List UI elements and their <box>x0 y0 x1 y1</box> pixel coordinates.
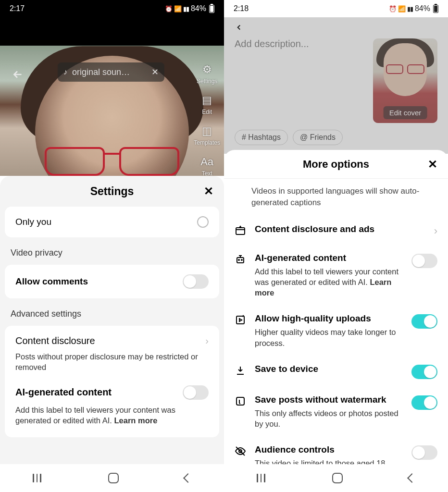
chevron-right-icon: › <box>205 335 209 346</box>
hq-upload-sub: Higher quality videos may take longer to… <box>255 327 399 348</box>
status-time: 2:18 <box>234 4 249 13</box>
ai-content-label: AI-generated content <box>15 387 112 398</box>
privacy-card: Only you <box>5 207 219 237</box>
content-disclosure-desc: Posts without proper disclosure may be r… <box>15 351 209 373</box>
tool-text-label: Text <box>202 170 212 176</box>
robot-icon <box>235 254 246 265</box>
battery-percent: 84% <box>415 4 430 13</box>
svg-point-2 <box>238 259 239 260</box>
text-icon: Aa <box>200 155 214 169</box>
left-screen: 2:17 ⏰ 📶 ▮▮ 84% ♪ original soun… ✕ <box>0 0 224 492</box>
sheet-header: Settings ✕ <box>0 176 224 207</box>
tool-templates[interactable]: ◫Templates <box>194 124 220 146</box>
sound-pill[interactable]: ♪ original soun… ✕ <box>58 62 164 82</box>
ai-content-toggle[interactable] <box>183 385 209 400</box>
watermark-label: Save posts without watermark <box>255 394 399 405</box>
audience-option: Audience controls This video is limited … <box>235 437 437 464</box>
sheet-title: Settings <box>90 185 134 198</box>
hq-upload-toggle[interactable] <box>411 314 437 329</box>
hq-upload-option: Allow high-quality uploads Higher qualit… <box>235 306 437 356</box>
ai-content-label: AI-generated content <box>255 253 399 263</box>
music-icon: ♪ <box>63 68 67 76</box>
audience-sub: This video is limited to those aged 18 y… <box>255 458 399 464</box>
battery-percent: 84% <box>191 4 206 13</box>
nav-recent-button[interactable] <box>33 474 42 482</box>
audience-toggle[interactable] <box>411 445 437 460</box>
nav-back-button[interactable] <box>407 473 417 483</box>
content-disclosure-label: Content disclosure and ads <box>255 224 422 234</box>
advanced-settings-label: Advanced settings <box>0 298 224 326</box>
allow-comments-toggle[interactable] <box>183 274 209 289</box>
save-device-toggle[interactable] <box>411 365 437 379</box>
ai-content-desc: Add this label to tell viewers your cont… <box>15 405 209 426</box>
chip-row: # Hashtags @ Friends <box>224 123 448 145</box>
tool-settings[interactable]: ⚙Settings <box>197 62 217 85</box>
sound-label: original soun… <box>72 67 130 77</box>
content-disclosure-option[interactable]: Content disclosure and ads › <box>235 216 437 245</box>
caption-note: Videos in supported languages will show … <box>235 184 437 216</box>
close-sound-icon[interactable]: ✕ <box>151 67 159 77</box>
back-arrow-icon[interactable] <box>12 68 24 81</box>
ai-content-row: AI-generated content <box>15 385 209 400</box>
nav-recent-button[interactable] <box>257 474 266 482</box>
svg-rect-4 <box>236 316 244 324</box>
tool-text[interactable]: AaText <box>200 155 214 176</box>
video-thumbnail[interactable]: Edit cover <box>373 38 437 123</box>
battery-icon <box>209 5 214 13</box>
comments-card: Allow comments <box>5 265 219 298</box>
close-sheet-button[interactable]: ✕ <box>204 184 213 198</box>
signal-icon: ▮▮ <box>183 5 189 12</box>
more-options-sheet: More options ✕ Videos in supported langu… <box>224 150 448 492</box>
battery-icon <box>433 5 438 13</box>
content-disclosure-row[interactable]: Content disclosure › <box>15 335 209 346</box>
back-button[interactable] <box>224 17 448 32</box>
tool-templates-label: Templates <box>194 139 220 146</box>
tool-edit-label: Edit <box>202 109 212 115</box>
advanced-card: Content disclosure › Posts without prope… <box>5 326 219 437</box>
status-bar: 2:18 ⏰ 📶 ▮▮ 84% <box>224 0 448 17</box>
hashtags-chip[interactable]: # Hashtags <box>235 130 288 145</box>
save-device-option: Save to device <box>235 356 437 387</box>
download-icon <box>235 365 246 376</box>
learn-more-link[interactable]: Learn more <box>114 416 157 425</box>
gear-icon: ⚙ <box>200 62 214 77</box>
only-you-label: Only you <box>15 217 51 227</box>
ai-content-sub: Add this label to tell viewers your cont… <box>255 266 399 298</box>
hq-upload-label: Allow high-quality uploads <box>255 313 399 324</box>
post-editor: Add description... Edit cover # Hashtags… <box>224 17 448 145</box>
more-header: More options ✕ <box>224 150 448 179</box>
watermark-option: Save posts without watermark This only a… <box>235 387 437 437</box>
video-preview: ♪ original soun… ✕ ⚙Settings ▤Edit ◫Temp… <box>0 17 224 176</box>
edit-cover-button[interactable]: Edit cover <box>384 106 427 119</box>
svg-rect-0 <box>236 228 245 234</box>
status-bar: 2:17 ⏰ 📶 ▮▮ 84% <box>0 0 224 17</box>
nav-bar <box>224 464 448 492</box>
wifi-icon: 📶 <box>174 5 181 12</box>
watermark-icon <box>235 395 246 407</box>
description-input[interactable]: Add description... <box>235 38 366 123</box>
close-more-button[interactable]: ✕ <box>428 158 437 171</box>
upload-icon <box>235 314 246 326</box>
only-you-radio[interactable] <box>197 216 209 228</box>
settings-sheet: Settings ✕ Only you Video privacy Allow … <box>0 176 224 492</box>
friends-chip[interactable]: @ Friends <box>293 130 343 145</box>
disclosure-icon <box>235 225 246 236</box>
ai-content-toggle[interactable] <box>411 254 437 268</box>
video-privacy-label: Video privacy <box>0 237 224 265</box>
watermark-sub: This only affects videos or photos poste… <box>255 408 399 430</box>
only-you-row[interactable]: Only you <box>5 207 219 237</box>
eye-off-icon <box>235 445 246 457</box>
watermark-toggle[interactable] <box>411 395 437 410</box>
nav-home-button[interactable] <box>108 473 119 483</box>
allow-comments-row: Allow comments <box>5 265 219 298</box>
ai-content-option: AI-generated content Add this label to t… <box>235 245 437 306</box>
signal-icon: ▮▮ <box>407 5 413 12</box>
allow-comments-label: Allow comments <box>15 276 88 287</box>
nav-back-button[interactable] <box>183 473 193 483</box>
tool-edit[interactable]: ▤Edit <box>200 93 214 115</box>
alarm-icon: ⏰ <box>389 5 396 12</box>
nav-bar <box>0 464 224 492</box>
wifi-icon: 📶 <box>398 5 405 12</box>
status-time: 2:17 <box>10 4 25 13</box>
nav-home-button[interactable] <box>332 473 343 483</box>
